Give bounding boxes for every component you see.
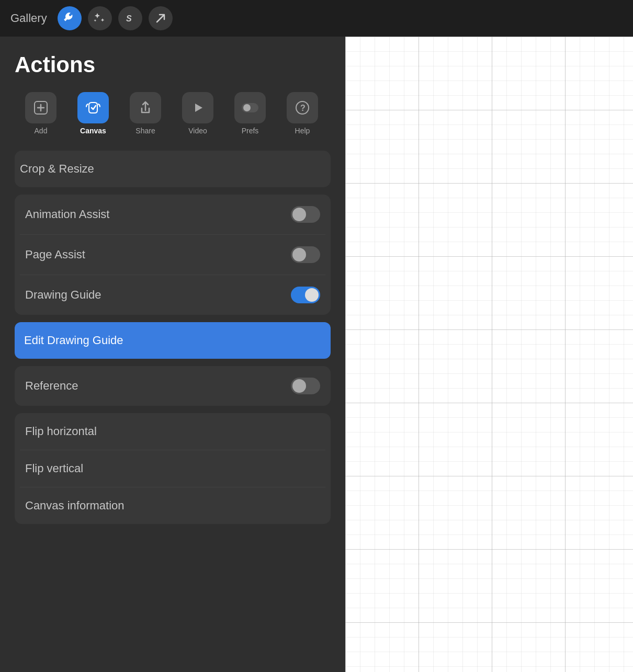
video-label: Video (188, 127, 207, 135)
reference-label: Reference (25, 379, 78, 393)
crop-resize-item[interactable]: Crop & Resize (20, 151, 325, 187)
svg-text:S: S (126, 14, 132, 23)
canvas-area: Actions Add (0, 37, 633, 672)
flip-vertical-label: Flip vertical (25, 462, 83, 475)
share-label: Share (135, 127, 155, 135)
script-icon-button[interactable]: S (118, 6, 142, 30)
edit-drawing-guide-item[interactable]: Edit Drawing Guide (15, 322, 331, 359)
grid-svg (345, 37, 633, 672)
action-share[interactable]: Share (119, 92, 172, 135)
drawing-guide-knob (305, 288, 319, 302)
video-icon-box (182, 92, 213, 123)
magic-wand-icon-button[interactable] (88, 6, 112, 30)
animation-assist-knob (292, 208, 306, 221)
action-help[interactable]: ? Help (276, 92, 329, 135)
help-label: Help (295, 127, 310, 135)
flip-canvas-group: Flip horizontal Flip vertical Canvas inf… (15, 413, 331, 524)
arrow-icon-button[interactable] (149, 6, 173, 30)
page-assist-knob (292, 248, 306, 261)
page-assist-label: Page Assist (25, 248, 85, 261)
wrench-icon-button[interactable] (58, 6, 82, 30)
action-prefs[interactable]: Prefs (224, 92, 276, 135)
crop-resize-label: Crop & Resize (20, 162, 94, 176)
animation-assist-toggle[interactable] (291, 206, 320, 223)
animation-assist-label: Animation Assist (25, 208, 109, 221)
help-icon-box: ? (287, 92, 318, 123)
topbar: Gallery S (0, 0, 633, 37)
page-assist-toggle[interactable] (291, 246, 320, 263)
canvas-icon-box (77, 92, 109, 123)
share-icon-box (130, 92, 161, 123)
add-label: Add (35, 127, 48, 135)
toggles-group: Animation Assist Page Assist Drawing Gui… (15, 195, 331, 315)
action-add[interactable]: Add (15, 92, 67, 135)
prefs-icon-box (234, 92, 266, 123)
action-video[interactable]: Video (172, 92, 224, 135)
crop-resize-section: Crop & Resize (15, 151, 331, 187)
svg-marker-4 (195, 104, 202, 112)
reference-item[interactable]: Reference (20, 366, 325, 406)
actions-panel: Actions Add (0, 37, 345, 672)
animation-assist-item[interactable]: Animation Assist (20, 195, 325, 235)
canvas-label: Canvas (80, 127, 106, 135)
flip-horizontal-item[interactable]: Flip horizontal (20, 413, 325, 450)
svg-rect-11 (345, 37, 633, 672)
reference-group: Reference (15, 366, 331, 406)
action-icons-row: Add Canvas (15, 92, 331, 135)
drawing-guide-toggle[interactable] (291, 287, 320, 303)
edit-drawing-guide-label: Edit Drawing Guide (24, 334, 123, 347)
flip-vertical-item[interactable]: Flip vertical (20, 450, 325, 487)
drawing-guide-item[interactable]: Drawing Guide (20, 275, 325, 315)
reference-knob (292, 379, 306, 393)
svg-point-6 (243, 104, 251, 111)
canvas-information-item[interactable]: Canvas information (20, 487, 325, 524)
add-icon-box (25, 92, 56, 123)
canvas-information-label: Canvas information (25, 499, 125, 512)
reference-toggle[interactable] (291, 378, 320, 394)
prefs-label: Prefs (242, 127, 259, 135)
svg-text:?: ? (300, 104, 306, 112)
drawing-guide-label: Drawing Guide (25, 288, 101, 302)
sketch-canvas[interactable] (345, 37, 633, 672)
flip-horizontal-label: Flip horizontal (25, 425, 97, 438)
action-canvas[interactable]: Canvas (67, 92, 119, 135)
panel-title: Actions (15, 52, 331, 77)
gallery-button[interactable]: Gallery (10, 12, 47, 25)
page-assist-item[interactable]: Page Assist (20, 235, 325, 275)
